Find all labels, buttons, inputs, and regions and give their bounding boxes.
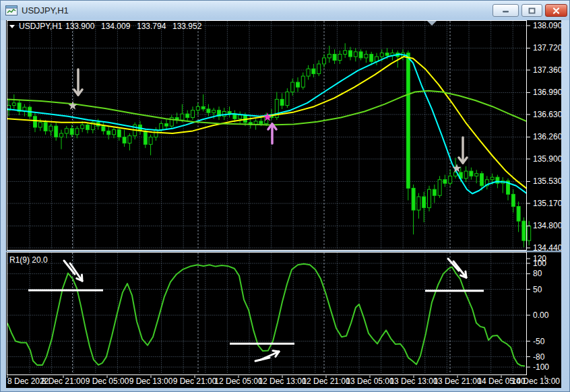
ohlc-low: 133.794 bbox=[137, 22, 166, 31]
maximize-icon bbox=[528, 7, 536, 14]
indicator-label: R1(9) 20.0 bbox=[9, 255, 48, 265]
close-icon bbox=[552, 7, 560, 14]
titlebar[interactable]: USDJPY,H1 bbox=[1, 1, 569, 20]
ohlc-open: 133.900 bbox=[65, 22, 95, 31]
chart-window-icon bbox=[5, 5, 18, 15]
chart-client-area: 138.090137.720137.360136.990136.630136.2… bbox=[6, 20, 561, 388]
price-chart-plot[interactable] bbox=[7, 21, 527, 251]
window-title: USDJPY,H1 bbox=[22, 5, 69, 15]
maximize-button[interactable] bbox=[521, 4, 542, 17]
close-button[interactable] bbox=[545, 4, 567, 17]
ohlc-symbol-period: USDJPY,H1 bbox=[19, 22, 63, 31]
terminal-chart-window: USDJPY,H1 138.090137.720137.360136.99013… bbox=[0, 0, 570, 392]
time-axis[interactable] bbox=[6, 375, 561, 387]
ohlc-high: 134.009 bbox=[101, 22, 131, 31]
price-axis[interactable] bbox=[528, 20, 561, 375]
minimize-icon bbox=[502, 7, 510, 13]
ohlc-close: 133.952 bbox=[172, 22, 202, 31]
window-controls bbox=[493, 4, 567, 17]
indicator-plot[interactable] bbox=[7, 253, 527, 375]
ohlc-readout: USDJPY,H1133.900134.009133.794133.952 bbox=[19, 22, 202, 31]
chart-render-layer: 138.090137.720137.360136.990136.630136.2… bbox=[6, 20, 561, 387]
minimize-button[interactable] bbox=[493, 4, 519, 17]
chart-canvas[interactable]: 138.090137.720137.360136.990136.630136.2… bbox=[6, 20, 561, 387]
